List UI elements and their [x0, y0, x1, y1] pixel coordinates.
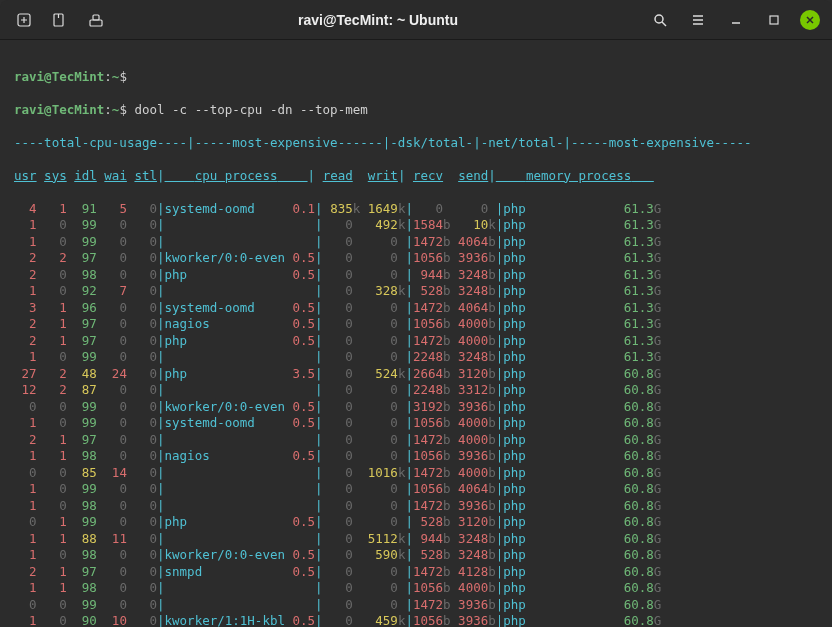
table-row: 2 1 97 0 0|php 0.5| 0 0 |1472b 4000b|php…: [14, 333, 818, 350]
hamburger-icon[interactable]: [686, 8, 710, 32]
titlebar-right: [648, 8, 820, 32]
minimize-icon[interactable]: [724, 8, 748, 32]
table-row: 1 0 98 0 0|kworker/0:0-even 0.5| 0 590k|…: [14, 547, 818, 564]
table-row: 1 0 98 0 0| | 0 0 |1472b 3936b|php 60.8G: [14, 498, 818, 515]
svg-point-7: [655, 15, 663, 23]
close-button[interactable]: [800, 10, 820, 30]
table-row: 2 2 97 0 0|kworker/0:0-even 0.5| 0 0 |10…: [14, 250, 818, 267]
table-row: 0 0 99 0 0|kworker/0:0-even 0.5| 0 0 |31…: [14, 399, 818, 416]
svg-line-8: [662, 22, 666, 26]
prompt-line-2: ravi@TecMint:~$ dool -c --top-cpu -dn --…: [14, 102, 818, 119]
search-icon[interactable]: [648, 8, 672, 32]
table-row: 2 1 97 0 0|snmpd 0.5| 0 0 |1472b 4128b|p…: [14, 564, 818, 581]
table-row: 27 2 48 24 0|php 3.5| 0 524k|2664b 3120b…: [14, 366, 818, 383]
table-row: 3 1 96 0 0|systemd-oomd 0.5| 0 0 |1472b …: [14, 300, 818, 317]
table-row: 1 1 88 11 0| | 0 5112k| 944b 3248b|php 6…: [14, 531, 818, 548]
table-row: 0 0 99 0 0| | 0 0 |1472b 3936b|php 60.8G: [14, 597, 818, 614]
column-header: usr sys idl wai stl| cpu process | read …: [14, 168, 818, 185]
table-row: 1 0 99 0 0| | 0 0 |1472b 4064b|php 61.3G: [14, 234, 818, 251]
table-row: 0 1 99 0 0|php 0.5| 0 0 | 528b 3120b|php…: [14, 514, 818, 531]
new-window-icon[interactable]: [48, 8, 72, 32]
table-row: 1 0 99 0 0| | 0 492k|1584b 10k|php 61.3G: [14, 217, 818, 234]
table-row: 1 1 98 0 0| | 0 0 |1056b 4000b|php 60.8G: [14, 580, 818, 597]
group-header: ----total-cpu-usage----|-----most-expens…: [14, 135, 818, 152]
window-title: ravi@TecMint: ~ Ubuntu: [108, 12, 648, 28]
command-text: dool -c --top-cpu -dn --top-mem: [134, 102, 367, 117]
table-row: 1 0 90 10 0|kworker/1:1H-kbl 0.5| 0 459k…: [14, 613, 818, 627]
titlebar-left: [12, 8, 108, 32]
table-row: 1 0 99 0 0| | 0 0 |1056b 4064b|php 60.8G: [14, 481, 818, 498]
data-rows: 4 1 91 5 0|systemd-oomd 0.1| 835k 1649k|…: [14, 201, 818, 628]
table-row: 2 0 98 0 0|php 0.5| 0 0 | 944b 3248b|php…: [14, 267, 818, 284]
svg-rect-13: [770, 16, 778, 24]
table-row: 1 0 92 7 0| | 0 328k| 528b 3248b|php 61.…: [14, 283, 818, 300]
svg-rect-6: [93, 15, 99, 20]
table-row: 1 0 99 0 0| | 0 0 |2248b 3248b|php 61.3G: [14, 349, 818, 366]
table-row: 2 1 97 0 0| | 0 0 |1472b 4000b|php 60.8G: [14, 432, 818, 449]
screenshot-icon[interactable]: [84, 8, 108, 32]
table-row: 4 1 91 5 0|systemd-oomd 0.1| 835k 1649k|…: [14, 201, 818, 218]
maximize-icon[interactable]: [762, 8, 786, 32]
titlebar: ravi@TecMint: ~ Ubuntu: [0, 0, 832, 40]
svg-rect-5: [90, 20, 102, 26]
table-row: 1 1 98 0 0|nagios 0.5| 0 0 |1056b 3936b|…: [14, 448, 818, 465]
table-row: 1 0 99 0 0|systemd-oomd 0.5| 0 0 |1056b …: [14, 415, 818, 432]
prompt-user: ravi@TecMint: [14, 69, 104, 84]
table-row: 2 1 97 0 0|nagios 0.5| 0 0 |1056b 4000b|…: [14, 316, 818, 333]
prompt-line-1: ravi@TecMint:~$: [14, 69, 818, 86]
table-row: 12 2 87 0 0| | 0 0 |2248b 3312b|php 60.8…: [14, 382, 818, 399]
terminal-output[interactable]: ravi@TecMint:~$ ravi@TecMint:~$ dool -c …: [0, 40, 832, 627]
table-row: 0 0 85 14 0| | 0 1016k|1472b 4000b|php 6…: [14, 465, 818, 482]
new-tab-icon[interactable]: [12, 8, 36, 32]
